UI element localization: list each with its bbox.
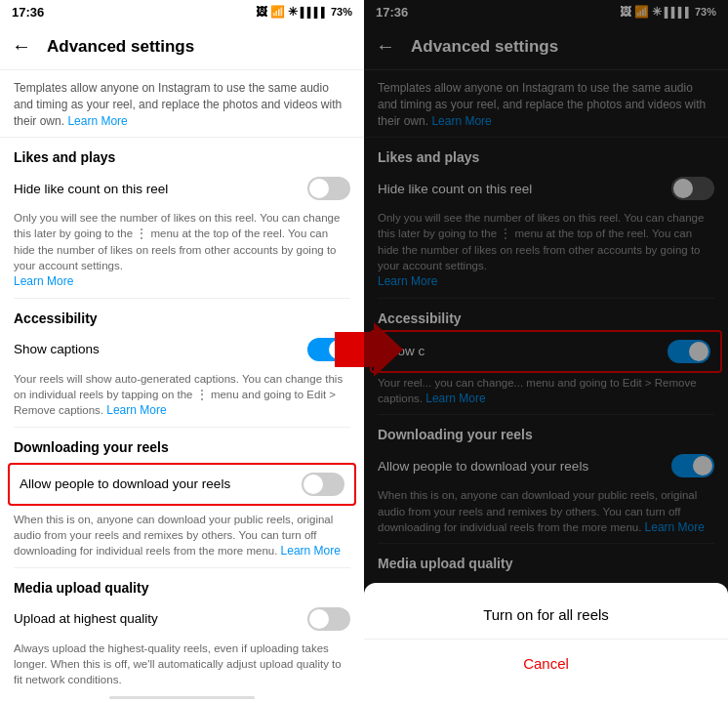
highlighted-download-row: Allow people to download your reels [8, 463, 356, 506]
learn-more-captions-left[interactable]: Learn More [106, 403, 166, 417]
page-title-left: Advanced settings [47, 37, 194, 57]
bottom-sheet: Turn on for all reels Cancel [364, 583, 728, 703]
scrollbar-left [109, 696, 255, 699]
turn-on-all-reels-button[interactable]: Turn on for all reels [364, 591, 728, 640]
setting-row-likes-left: Hide like count on this reel [0, 169, 364, 208]
section-likes-left: Likes and plays [0, 138, 364, 169]
section-accessibility-left: Accessibility [0, 299, 364, 330]
toggle-thumb-download-left [303, 475, 323, 494]
setting-label-likes-left: Hide like count on this reel [14, 182, 307, 196]
left-panel: 17:36 🖼 📶 ✳ ▌▌▌▌ 73% ← Advanced settings… [0, 0, 364, 703]
right-panel: 17:36 🖼 📶 ✳ ▌▌▌▌ 73% ← Advanced settings… [364, 0, 728, 703]
battery-left: 73% [331, 6, 352, 18]
setting-label-captions-left: Show captions [14, 342, 307, 356]
toggle-thumb-media-left [309, 609, 329, 629]
setting-desc-download-left: When this is on, anyone can download you… [0, 510, 364, 567]
back-button-left[interactable]: ← [12, 35, 31, 58]
setting-desc-likes-left: Only you will see the number of likes on… [0, 208, 364, 297]
section-media-left: Media upload quality [0, 568, 364, 600]
setting-desc-captions-left: Your reels will show auto-generated capt… [0, 369, 364, 427]
signal-bars: ▌▌▌▌ [301, 7, 328, 18]
toggle-download-left[interactable] [302, 473, 344, 496]
toggle-likes-left[interactable] [307, 177, 350, 200]
setting-label-download-left: Allow people to download your reels [20, 476, 302, 491]
photo-icon: 🖼 [256, 5, 267, 19]
dialog-overlay: Turn on for all reels Cancel [364, 0, 728, 703]
setting-row-media-left: Upload at highest quality [0, 600, 364, 639]
setting-label-media-left: Upload at highest quality [14, 611, 307, 626]
setting-row-download-left: Allow people to download your reels [10, 465, 354, 504]
learn-more-likes-left[interactable]: Learn More [14, 274, 73, 288]
toggle-media-left[interactable] [307, 607, 350, 631]
wifi-icon: 📶 [270, 5, 285, 19]
star-icon: ✳ [288, 5, 298, 19]
description-text-left: Templates allow anyone on Instagram to u… [14, 81, 342, 128]
setting-desc-media-left: Always upload the highest-quality reels,… [0, 639, 364, 695]
cancel-button[interactable]: Cancel [364, 640, 728, 687]
status-icons-left: 🖼 📶 ✳ ▌▌▌▌ 73% [256, 5, 352, 19]
learn-more-link-top-left[interactable]: Learn More [67, 114, 127, 128]
section-download-left: Downloading your reels [0, 428, 364, 459]
status-bar-left: 17:36 🖼 📶 ✳ ▌▌▌▌ 73% [0, 0, 364, 23]
header-left: ← Advanced settings [0, 23, 364, 70]
content-left: Templates allow anyone on Instagram to u… [0, 70, 364, 696]
description-block-left: Templates allow anyone on Instagram to u… [0, 70, 364, 138]
setting-row-captions-left: Show captions [0, 330, 364, 369]
toggle-thumb-likes-left [309, 179, 329, 198]
learn-more-download-left[interactable]: Learn More [281, 544, 341, 558]
time-left: 17:36 [12, 5, 44, 20]
